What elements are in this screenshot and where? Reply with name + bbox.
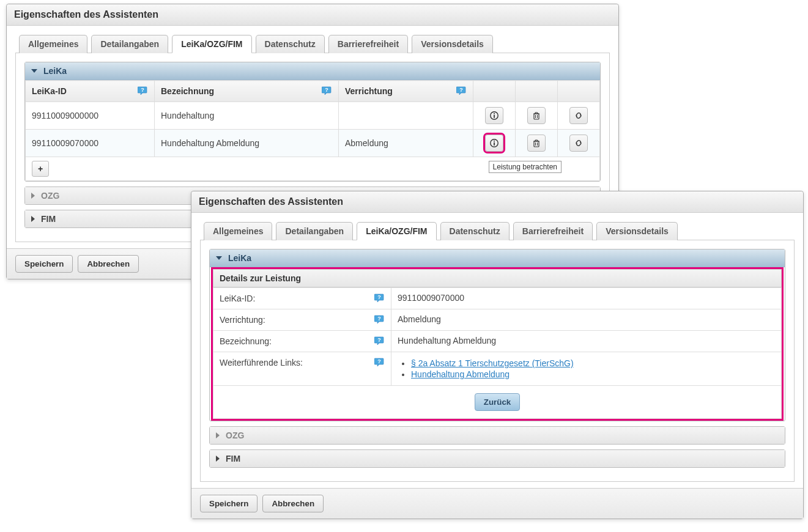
delete-button[interactable]: [527, 135, 546, 152]
dialog-footer: Speichern Abbrechen: [191, 488, 803, 519]
save-button[interactable]: Speichern: [200, 495, 258, 512]
col-leika-id: LeiKa-ID: [32, 86, 67, 96]
help-icon[interactable]: [456, 86, 467, 97]
tab-versionsdetails[interactable]: Versionsdetails: [596, 222, 678, 240]
caret-down-icon: [216, 256, 222, 260]
cell-bezeichnung: Hundehaltung Abmeldung: [155, 130, 339, 157]
tab-leika[interactable]: LeiKa/OZG/FIM: [172, 35, 251, 53]
accordion-ozg-title: OZG: [226, 430, 244, 440]
accordion-fim: FIM: [209, 449, 785, 468]
label-leika-id: LeiKa-ID:: [220, 294, 255, 303]
value-verrichtung: Abmeldung: [391, 309, 782, 331]
caret-right-icon: [216, 432, 220, 438]
table-row: 99110009070000 Hundehaltung Abmeldung Ab…: [26, 130, 600, 157]
accordion-fim-header[interactable]: FIM: [210, 450, 785, 467]
label-bezeichnung: Bezeichnung:: [220, 336, 272, 346]
accordion-ozg-header[interactable]: OZG: [210, 427, 785, 444]
col-verrichtung: Verrichtung: [345, 86, 393, 96]
tab-bar: Allgemeines Detailangaben LeiKa/OZG/FIM …: [200, 221, 795, 240]
tab-detail[interactable]: Detailangaben: [276, 222, 353, 240]
info-button[interactable]: [485, 135, 503, 152]
value-bezeichnung: Hundehaltung Abmeldung: [391, 331, 782, 352]
label-verrichtung: Verrichtung:: [220, 315, 265, 325]
table-row: 99110009000000 Hundehaltung: [26, 102, 600, 130]
accordion-ozg: OZG: [209, 426, 785, 445]
cancel-button[interactable]: Abbrechen: [78, 255, 139, 273]
tab-barrierefreiheit[interactable]: Barrierefreiheit: [328, 35, 408, 53]
external-link[interactable]: § 2a Absatz 1 Tierschutzgesetz (TierSchG…: [411, 358, 574, 368]
tab-bar: Allgemeines Detailangaben LeiKa/OZG/FIM …: [15, 34, 610, 53]
help-icon[interactable]: [321, 86, 332, 97]
links-list: § 2a Absatz 1 Tierschutzgesetz (TierSchG…: [398, 358, 775, 379]
help-icon[interactable]: [374, 314, 385, 325]
help-icon[interactable]: [374, 293, 385, 304]
accordion-fim-title: FIM: [226, 454, 240, 464]
add-row-button[interactable]: +: [32, 161, 49, 177]
col-bezeichnung: Bezeichnung: [161, 86, 214, 96]
accordion-leika-header[interactable]: LeiKa: [210, 249, 785, 267]
caret-right-icon: [31, 216, 35, 222]
link-button[interactable]: [569, 135, 588, 152]
value-leika-id: 99110009070000: [391, 288, 782, 309]
cell-leika-id: 99110009000000: [26, 102, 155, 130]
help-icon[interactable]: [137, 86, 148, 97]
leika-table: LeiKa-ID Bezeichnung Verrichtung 9911000…: [25, 80, 600, 181]
caret-right-icon: [216, 456, 220, 462]
cancel-button[interactable]: Abbrechen: [262, 495, 324, 512]
back-button[interactable]: Zurück: [475, 393, 520, 411]
label-links: Weiterführende Links:: [220, 358, 303, 368]
help-icon[interactable]: [374, 336, 385, 347]
tab-datenschutz[interactable]: Datenschutz: [256, 35, 325, 53]
info-button[interactable]: [485, 107, 503, 124]
accordion-leika: LeiKa Details zur Leistung LeiKa-ID: 991…: [209, 249, 785, 421]
help-icon[interactable]: [374, 357, 385, 368]
tab-leika[interactable]: LeiKa/OZG/FIM: [357, 222, 436, 240]
tab-general[interactable]: Allgemeines: [19, 35, 87, 53]
save-button[interactable]: Speichern: [15, 255, 73, 273]
dialog-title: Eigenschaften des Assistenten: [191, 191, 803, 213]
cell-verrichtung: Abmeldung: [339, 130, 473, 157]
details-title: Details zur Leistung: [213, 269, 782, 287]
external-link[interactable]: Hundehaltung Abmeldung: [411, 369, 510, 379]
tab-general[interactable]: Allgemeines: [204, 222, 272, 240]
accordion-ozg-title: OZG: [41, 191, 59, 201]
accordion-leika-title: LeiKa: [228, 253, 251, 263]
dialog-title: Eigenschaften des Assistenten: [7, 4, 618, 26]
cell-bezeichnung: Hundehaltung: [155, 102, 339, 130]
details-table: LeiKa-ID: 99110009070000 Verrichtung: Ab…: [213, 287, 782, 386]
delete-button[interactable]: [527, 107, 546, 124]
tab-versionsdetails[interactable]: Versionsdetails: [412, 35, 493, 53]
dialog-2: Eigenschaften des Assistenten Allgemeine…: [191, 191, 804, 519]
table-footer-row: Leistung betrachten +: [26, 157, 600, 181]
accordion-leika: LeiKa LeiKa-ID Bezeichnung Verrichtung: [24, 62, 601, 182]
details-block: Details zur Leistung LeiKa-ID: 991100090…: [211, 267, 784, 421]
tooltip: Leistung betrachten: [489, 161, 562, 173]
caret-right-icon: [31, 193, 35, 199]
tab-datenschutz[interactable]: Datenschutz: [440, 222, 510, 240]
accordion-leika-header[interactable]: LeiKa: [25, 62, 600, 80]
cell-verrichtung: [339, 102, 473, 130]
cell-leika-id: 99110009070000: [26, 130, 155, 157]
accordion-fim-title: FIM: [41, 214, 56, 224]
tab-barrierefreiheit[interactable]: Barrierefreiheit: [513, 222, 593, 240]
link-button[interactable]: [569, 107, 588, 124]
caret-down-icon: [31, 69, 37, 73]
tab-detail[interactable]: Detailangaben: [91, 35, 168, 53]
accordion-leika-title: LeiKa: [43, 66, 67, 76]
